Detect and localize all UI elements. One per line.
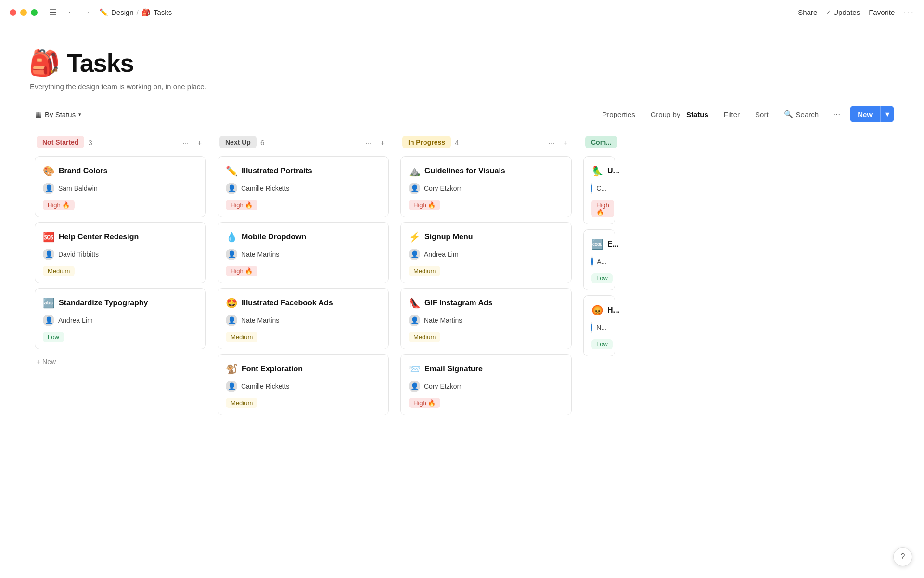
card-title: Email Signature	[424, 365, 483, 373]
avatar: 👤	[409, 249, 420, 260]
task-card[interactable]: ✏️Illustrated Portraits👤Camille Ricketts…	[218, 156, 389, 217]
close-traffic-light[interactable]	[10, 9, 16, 16]
breadcrumb-current: Tasks	[154, 8, 172, 16]
task-card[interactable]: ⛰️Guidelines for Visuals👤Cory EtzkornHig…	[400, 156, 572, 217]
column-in-progress: In Progress4···+⛰️Guidelines for Visuals…	[395, 136, 578, 573]
card-icon: 📨	[409, 363, 421, 375]
page-title: Tasks	[67, 49, 134, 78]
task-card[interactable]: 🆘Help Center Redesign👤David TibbittsMedi…	[35, 222, 206, 283]
card-icon: 👠	[409, 297, 421, 309]
more-options-button[interactable]: ···	[903, 7, 914, 18]
avatar: 👤	[43, 249, 54, 260]
titlebar-right: Share ✓ Updates Favorite ···	[798, 7, 914, 18]
avatar: 👤	[226, 249, 237, 260]
search-label: Search	[796, 110, 819, 118]
breadcrumb-parent[interactable]: Design	[111, 8, 134, 16]
status-badge-not-started: Not Started	[37, 136, 84, 148]
new-button[interactable]: New ▾	[850, 106, 894, 122]
card-assignee-row: 👤Cory Etzkorn	[409, 381, 564, 392]
updates-button[interactable]: ✓ Updates	[826, 8, 860, 16]
avatar: 👤	[591, 256, 593, 267]
priority-badge: Medium	[226, 332, 257, 342]
add-new-row[interactable]: + New	[35, 354, 206, 369]
card-title-row: 🆒E...	[591, 238, 607, 250]
share-button[interactable]: Share	[798, 8, 817, 16]
column-not-started: Not Started3···+🎨Brand Colors👤Sam Baldwi…	[29, 136, 212, 573]
back-button[interactable]: ←	[64, 6, 78, 19]
priority-badge: Low	[43, 332, 64, 342]
task-card[interactable]: 🤩Illustrated Facebook Ads👤Nate MartinsMe…	[218, 288, 389, 349]
card-title: Help Center Redesign	[59, 233, 139, 241]
column-next-up: Next Up6···+✏️Illustrated Portraits👤Cami…	[212, 136, 395, 573]
card-title-row: 🦜U...	[591, 165, 607, 177]
forward-button[interactable]: →	[80, 6, 93, 19]
properties-button[interactable]: Properties	[597, 107, 640, 121]
board: Not Started3···+🎨Brand Colors👤Sam Baldwi…	[29, 136, 895, 573]
card-title: Signup Menu	[424, 233, 473, 241]
avatar: 👤	[43, 183, 54, 194]
card-title-row: ✏️Illustrated Portraits	[226, 165, 381, 177]
group-by-value: Status	[686, 110, 708, 118]
column-count-in-progress: 4	[455, 138, 459, 146]
task-card[interactable]: 🎨Brand Colors👤Sam BaldwinHigh 🔥	[35, 156, 206, 217]
page-subtitle: Everything the design team is working on…	[30, 82, 895, 91]
sidebar-toggle-button[interactable]: ☰	[45, 5, 61, 20]
card-icon: 🦜	[591, 165, 603, 177]
task-card[interactable]: ⚡Signup Menu👤Andrea LimMedium	[400, 222, 572, 283]
filter-button[interactable]: Filter	[719, 107, 744, 121]
card-assignee-row: 👤Camille Ricketts	[226, 381, 381, 392]
task-card[interactable]: 🐒Font Exploration👤Camille RickettsMedium	[218, 354, 389, 415]
card-title: Brand Colors	[59, 167, 107, 175]
avatar: 👤	[226, 381, 237, 392]
new-button-chevron[interactable]: ▾	[880, 106, 894, 122]
chevron-down-icon: ▾	[78, 111, 81, 118]
sort-label: Sort	[755, 110, 769, 118]
column-add-button-next-up[interactable]: +	[378, 137, 387, 148]
priority-badge: Medium	[226, 398, 257, 408]
card-title-row: 👠GIF Instagram Ads	[409, 297, 564, 309]
column-more-button-not-started[interactable]: ···	[180, 137, 192, 148]
more-toolbar-button[interactable]: ···	[829, 107, 844, 121]
minimize-traffic-light[interactable]	[20, 9, 27, 16]
task-card[interactable]: 🦜U...👤C...High 🔥	[583, 156, 615, 224]
card-title-row: 🎨Brand Colors	[43, 165, 198, 177]
card-icon: 🤩	[226, 297, 238, 309]
card-icon: 🎨	[43, 165, 55, 177]
share-label: Share	[798, 8, 817, 16]
task-card[interactable]: 🔤Standardize Typography👤Andrea LimLow	[35, 288, 206, 349]
card-title: Mobile Dropdown	[242, 233, 306, 241]
maximize-traffic-light[interactable]	[31, 9, 38, 16]
group-by-button[interactable]: ▦ By Status ▾	[30, 106, 87, 122]
column-header-not-started: Not Started3···+	[35, 136, 206, 148]
sort-button[interactable]: Sort	[750, 107, 773, 121]
card-icon: 💧	[226, 231, 238, 243]
card-icon: ⚡	[409, 231, 421, 243]
card-title: U...	[607, 167, 619, 175]
column-add-button-in-progress[interactable]: +	[561, 137, 570, 148]
group-by-status-button[interactable]: Group by Status	[646, 107, 713, 121]
card-title: GIF Instagram Ads	[424, 299, 493, 307]
avatar: 👤	[226, 315, 237, 326]
priority-badge: Medium	[409, 332, 440, 342]
column-more-button-next-up[interactable]: ···	[363, 137, 374, 148]
page-icon: 🎒	[29, 48, 60, 78]
favorite-button[interactable]: Favorite	[869, 8, 895, 16]
status-badge-next-up: Next Up	[219, 136, 257, 148]
breadcrumb-separator: /	[137, 8, 139, 16]
help-button[interactable]: ?	[893, 547, 912, 566]
assignee-name: Camille Ricketts	[241, 382, 289, 390]
page-title-row: 🎒 Tasks	[29, 48, 895, 78]
column-add-button-not-started[interactable]: +	[195, 137, 204, 148]
column-more-button-in-progress[interactable]: ···	[546, 137, 557, 148]
task-card[interactable]: 👠GIF Instagram Ads👤Nate MartinsMedium	[400, 288, 572, 349]
task-card[interactable]: 💧Mobile Dropdown👤Nate MartinsHigh 🔥	[218, 222, 389, 283]
search-button[interactable]: 🔍 Search	[779, 107, 824, 121]
avatar: 👤	[591, 183, 592, 194]
card-title: H...	[607, 306, 619, 315]
priority-badge: Medium	[409, 266, 440, 276]
task-card[interactable]: 😡H...👤N...Low	[583, 295, 615, 356]
task-card[interactable]: 🆒E...👤A...Low	[583, 229, 615, 290]
favorite-label: Favorite	[869, 8, 895, 16]
card-title-row: ⛰️Guidelines for Visuals	[409, 165, 564, 177]
task-card[interactable]: 📨Email Signature👤Cory EtzkornHigh 🔥	[400, 354, 572, 415]
